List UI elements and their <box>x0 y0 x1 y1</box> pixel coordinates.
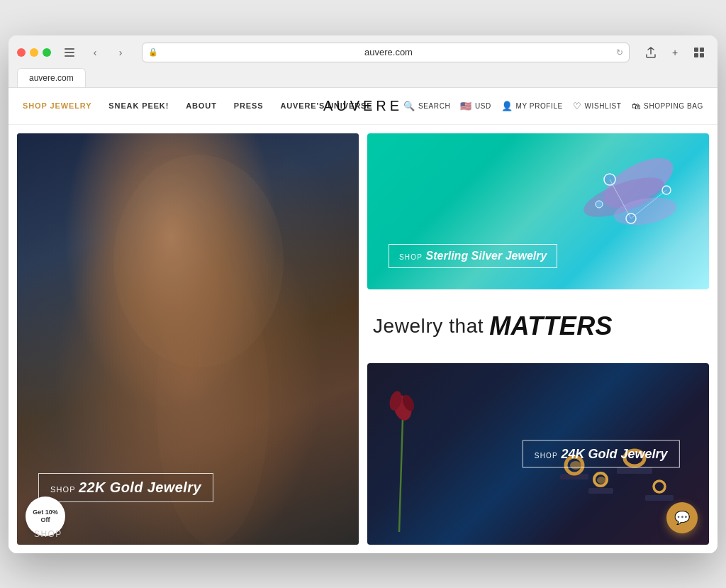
nav-right: 🔍 SEARCH 🇺🇸 USD 👤 MY PROFILE ♡ WISHLIST … <box>403 101 703 111</box>
hand-jewelry-illustration <box>553 140 695 268</box>
chat-icon: 💬 <box>674 510 690 526</box>
svg-point-29 <box>654 481 665 492</box>
browser-window: ‹ › 🔒 auvere.com ↻ + auvere.com <box>9 35 717 553</box>
right-column: SHOP Sterling Silver Jewelry Jewelry tha… <box>367 133 709 545</box>
nav-bag-label: SHOPPING BAG <box>644 102 703 110</box>
teal-banner-content: SHOP Sterling Silver Jewelry <box>389 244 557 268</box>
nav-search[interactable]: 🔍 SEARCH <box>403 101 450 111</box>
jewelry-matters-section: Jewelry that MATTERS <box>367 298 709 355</box>
active-tab[interactable]: auvere.com <box>17 68 86 87</box>
forward-button[interactable]: › <box>111 45 130 60</box>
browser-actions: + <box>641 45 709 60</box>
nav-profile[interactable]: 👤 MY PROFILE <box>501 101 563 111</box>
nav-currency-label: USD <box>475 102 491 110</box>
shop-silver-prefix: SHOP <box>399 253 423 261</box>
svg-point-8 <box>156 261 269 545</box>
svg-rect-1 <box>65 52 74 53</box>
minimize-button[interactable] <box>30 48 38 57</box>
nav-wishlist[interactable]: ♡ WISHLIST <box>573 101 622 111</box>
sidebar-toggle-button[interactable] <box>60 45 79 60</box>
svg-rect-5 <box>694 53 698 57</box>
profile-icon: 👤 <box>501 101 513 111</box>
hero-left-banner: SHOP 22K Gold Jewelry Get 10% Off Shop <box>17 133 359 545</box>
svg-point-15 <box>596 201 603 208</box>
reload-button[interactable]: ↻ <box>616 48 623 57</box>
nav-currency[interactable]: 🇺🇸 USD <box>460 101 491 111</box>
svg-rect-4 <box>700 48 704 52</box>
close-button[interactable] <box>17 48 26 57</box>
nav-profile-label: MY PROFILE <box>515 102 562 110</box>
bottom-shop-label: Shop <box>34 529 62 539</box>
banner-teal: SHOP Sterling Silver Jewelry <box>367 133 709 289</box>
back-button[interactable]: ‹ <box>85 45 105 60</box>
chat-button[interactable]: 💬 <box>666 502 698 533</box>
shop-24k-prefix: SHOP <box>535 451 558 459</box>
site-logo[interactable]: AUVERE <box>323 98 403 114</box>
browser-chrome: ‹ › 🔒 auvere.com ↻ + auvere.com <box>9 35 717 88</box>
svg-rect-2 <box>65 55 74 57</box>
svg-point-31 <box>597 477 605 484</box>
flag-icon: 🇺🇸 <box>460 101 472 111</box>
nav-left: SHOP JEWELRY SNEAK PEEK! ABOUT PRESS AUV… <box>23 101 372 110</box>
grid-button[interactable] <box>689 45 709 60</box>
svg-line-18 <box>399 418 403 532</box>
address-bar[interactable]: 🔒 auvere.com ↻ <box>142 43 630 62</box>
svg-rect-0 <box>65 48 74 50</box>
nav-about[interactable]: ABOUT <box>186 101 217 110</box>
jewelry-text-normal: Jewelry that <box>373 315 484 338</box>
discount-line1: Get 10% <box>33 509 58 516</box>
shop-silver-badge[interactable]: SHOP Sterling Silver Jewelry <box>389 244 557 268</box>
main-content-grid: SHOP 22K Gold Jewelry Get 10% Off Shop <box>9 125 717 553</box>
bag-icon: 🛍 <box>632 101 642 111</box>
shop-24k-name: 24K Gold Jewelry <box>561 446 667 460</box>
shop-22k-prefix: SHOP <box>50 485 76 494</box>
search-icon: 🔍 <box>403 101 415 111</box>
hero-left-overlay: SHOP 22K Gold Jewelry <box>38 473 213 502</box>
nav-sneak-peek[interactable]: SNEAK PEEK! <box>108 101 169 110</box>
nav-press[interactable]: PRESS <box>234 101 264 110</box>
svg-rect-6 <box>700 53 704 57</box>
url-text: auvere.com <box>161 47 616 57</box>
svg-rect-3 <box>694 48 698 52</box>
maximize-button[interactable] <box>43 48 51 57</box>
nav-search-label: SEARCH <box>418 102 450 110</box>
shop-silver-name: Sterling Silver Jewelry <box>426 250 547 262</box>
browser-tabs: auvere.com <box>17 68 709 87</box>
dark-banner-content: SHOP 24K Gold Jewelry <box>523 440 680 467</box>
jewelry-text-bold: MATTERS <box>489 311 613 341</box>
banner-dark: SHOP 24K Gold Jewelry 💬 <box>367 363 709 545</box>
website-content: SHOP JEWELRY SNEAK PEEK! ABOUT PRESS AUV… <box>9 88 717 553</box>
new-tab-button[interactable]: + <box>665 45 685 60</box>
traffic-lights <box>17 48 51 57</box>
heart-icon: ♡ <box>573 101 582 111</box>
nav-shop-jewelry[interactable]: SHOP JEWELRY <box>23 101 91 110</box>
site-navigation: SHOP JEWELRY SNEAK PEEK! ABOUT PRESS AUV… <box>9 88 717 125</box>
nav-bag[interactable]: 🛍 SHOPPING BAG <box>632 101 704 111</box>
browser-titlebar: ‹ › 🔒 auvere.com ↻ + <box>17 43 709 62</box>
shop-22k-badge[interactable]: SHOP 22K Gold Jewelry <box>38 473 213 502</box>
nav-wishlist-label: WISHLIST <box>584 102 621 110</box>
svg-rect-23 <box>588 488 613 494</box>
share-button[interactable] <box>641 45 661 60</box>
lock-icon: 🔒 <box>148 48 158 57</box>
discount-line2: Off <box>41 516 50 524</box>
shop-24k-badge[interactable]: SHOP 24K Gold Jewelry <box>523 440 680 467</box>
flower-decoration <box>381 363 424 545</box>
shop-22k-name: 22K Gold Jewelry <box>79 479 201 495</box>
svg-rect-25 <box>645 495 674 501</box>
